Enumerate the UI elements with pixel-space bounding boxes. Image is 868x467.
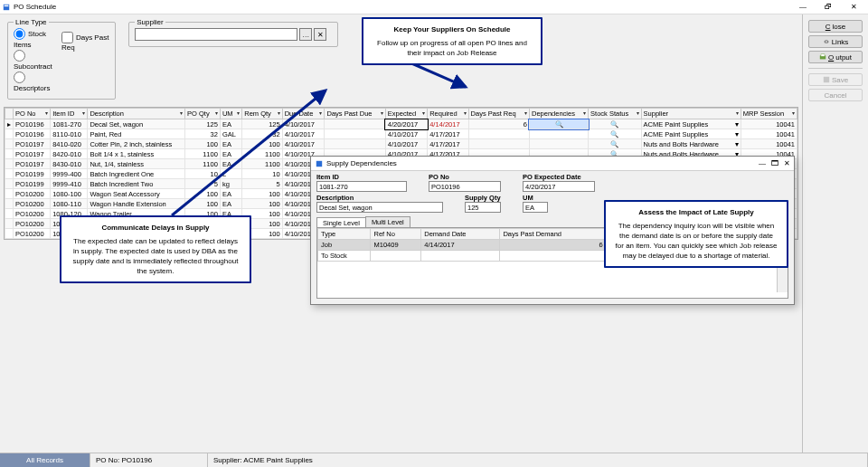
col-header[interactable]: PO Qty▾ [185, 109, 221, 119]
dep-col-header[interactable]: Type [318, 229, 371, 240]
status-all-records[interactable]: All Records [0, 453, 90, 467]
dependency-icon[interactable]: 🔍 [529, 119, 588, 129]
supplier-legend: Supplier [135, 18, 165, 26]
col-header[interactable]: Item ID▾ [51, 109, 88, 119]
dependency-icon [529, 129, 588, 139]
supplier-fieldset: Supplier … ✕ [128, 18, 338, 47]
window-title: PO Schedule [14, 3, 56, 11]
callout-left: Communicate Delays in Supply The expecte… [60, 215, 251, 283]
lbl-po-no: PO No [429, 173, 501, 181]
dialog-titlebar[interactable]: Supply Dependencies — 🗖 ✕ [311, 157, 794, 171]
main-panel: Line Type Stock Items Subcontract Descri… [0, 14, 802, 453]
callout-top-title: Keep Your Suppliers On Schedule [373, 24, 532, 34]
links-button[interactable]: Links [808, 35, 863, 48]
window-controls: — 🗗 ✕ [790, 1, 866, 14]
sidebar: Close Links Output Save Cancel [802, 14, 868, 453]
days-past-req-check[interactable]: Days Past Req [61, 32, 109, 93]
dialog-maximize-button[interactable]: 🗖 [771, 159, 778, 167]
callout-top-body: Follow up on progress of all open PO lin… [373, 38, 532, 58]
supply-dependencies-dialog: Supply Dependencies — 🗖 ✕ Item ID PO No … [310, 156, 795, 305]
lbl-po-exp: PO Expected Date [523, 173, 595, 181]
table-row[interactable]: ▸PO101961081-270Decal Set, wagon125EA125… [5, 119, 797, 129]
save-icon [823, 76, 830, 83]
svg-rect-6 [821, 54, 825, 56]
col-header[interactable]: MRP Session▾ [741, 109, 797, 119]
lbl-desc: Description [316, 194, 443, 202]
save-label: Save [832, 76, 848, 84]
dep-col-header[interactable]: Demand Date [421, 229, 500, 240]
col-header[interactable]: Rem Qty▾ [242, 109, 282, 119]
lbl-sqty: Supply Qty [465, 194, 501, 202]
status-supplier: Supplier: ACME Paint Supplies [208, 453, 868, 467]
sidebar-divider [808, 68, 863, 69]
stock-status-icon[interactable]: 🔍 [589, 129, 642, 139]
close-button[interactable]: Close [808, 20, 863, 33]
line-type-sub-label: Subcontract [14, 62, 52, 71]
callout-left-title: Communicate Delays in Supply [71, 223, 241, 233]
callout-top: Keep Your Suppliers On Schedule Follow u… [362, 17, 542, 65]
links-label: Links [832, 38, 849, 46]
output-icon [819, 53, 826, 61]
stock-status-icon[interactable]: 🔍 [589, 139, 642, 149]
stock-status-icon[interactable]: 🔍 [589, 119, 642, 129]
tab-multi-level[interactable]: Multi Level [365, 216, 410, 227]
fld-sqty[interactable] [465, 202, 501, 213]
lbl-um: UM [523, 194, 548, 202]
dialog-title: Supply Dependencies [326, 159, 397, 167]
dep-col-header[interactable]: Ref No [371, 229, 421, 240]
supplier-input[interactable] [135, 28, 297, 41]
fld-desc[interactable] [316, 202, 443, 213]
col-header[interactable]: Days Past Req▾ [468, 109, 529, 119]
links-icon [823, 38, 830, 45]
svg-rect-1 [5, 5, 9, 6]
status-po: PO No: PO10196 [90, 453, 208, 467]
output-label: utput [835, 53, 852, 62]
fld-um[interactable] [523, 202, 548, 213]
fld-po-exp[interactable] [523, 181, 595, 192]
line-type-legend: Line Type [14, 18, 49, 26]
table-row[interactable]: PO101968110-010Paint, Red32GAL324/10/201… [5, 129, 797, 139]
maximize-button[interactable]: 🗗 [816, 1, 841, 14]
supplier-lookup-button[interactable]: … [299, 28, 312, 41]
dialog-minimize-button[interactable]: — [759, 159, 766, 167]
dialog-close-button[interactable]: ✕ [784, 159, 790, 167]
fld-item-id[interactable] [316, 181, 407, 192]
col-header[interactable]: PO No▾ [14, 109, 51, 119]
col-header[interactable]: Expected▾ [385, 109, 427, 119]
line-type-desc-label: Descriptors [14, 84, 50, 92]
close-label: lose [833, 23, 846, 31]
close-window-button[interactable]: ✕ [841, 1, 866, 14]
output-button[interactable]: Output [808, 51, 863, 63]
svg-rect-4 [316, 160, 322, 166]
status-bar: All Records PO No: PO10196 Supplier: ACM… [0, 453, 868, 467]
line-type-fieldset: Line Type Stock Items Subcontract Descri… [7, 18, 116, 100]
minimize-button[interactable]: — [790, 1, 816, 14]
col-header[interactable]: Supplier▾ [641, 109, 741, 119]
line-type-subcontract[interactable]: Subcontract [14, 50, 54, 71]
fld-po-no[interactable] [429, 181, 501, 192]
col-header[interactable]: Description▾ [88, 109, 185, 119]
col-header[interactable]: UM▾ [220, 109, 241, 119]
callout-right-title: Assess the Impact of Late Supply [615, 207, 778, 217]
table-row[interactable]: PO101978410-020Cotter Pin, 2 inch, stain… [5, 139, 797, 149]
col-header[interactable]: Required▾ [428, 109, 468, 119]
supplier-clear-button[interactable]: ✕ [314, 28, 326, 41]
col-header[interactable]: Due Date▾ [282, 109, 325, 119]
svg-rect-7 [824, 77, 829, 82]
dependency-icon [529, 139, 588, 149]
cancel-button: Cancel [808, 89, 863, 101]
save-button: Save [808, 73, 863, 86]
col-header[interactable]: Dependencies▾ [529, 109, 588, 119]
line-type-stock[interactable]: Stock Items [14, 28, 54, 50]
dialog-icon [315, 159, 324, 168]
callout-left-body: The expected date can be updated to refl… [71, 236, 241, 276]
col-header[interactable]: Days Past Due▾ [325, 109, 385, 119]
callout-right-body: The dependency inquiry icon will be visi… [615, 221, 778, 261]
col-header[interactable]: Stock Status▾ [589, 109, 642, 119]
dep-col-header[interactable]: Days Past Demand [500, 229, 606, 240]
line-type-descriptors[interactable]: Descriptors [14, 71, 54, 93]
titlebar: PO Schedule — 🗗 ✕ [0, 0, 868, 14]
callout-right: Assess the Impact of Late Supply The dep… [604, 200, 788, 268]
app-icon [2, 3, 11, 12]
lbl-item-id: Item ID [316, 173, 407, 181]
